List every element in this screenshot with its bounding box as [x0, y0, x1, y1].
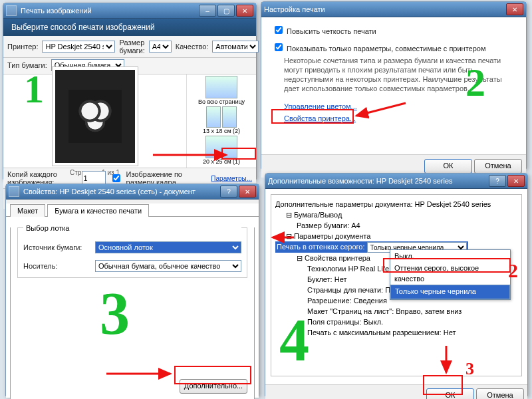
- ok-button[interactable]: ОК: [426, 388, 474, 399]
- layout-option-20x25[interactable]: 20 x 25 см (1): [188, 136, 255, 165]
- printer-label: Принтер:: [7, 43, 38, 51]
- close-button[interactable]: ✕: [236, 5, 253, 17]
- cancel-button[interactable]: Отмена: [476, 388, 524, 399]
- app-icon: [6, 5, 17, 16]
- win3-title: Свойства: HP Deskjet 2540 series (сеть) …: [23, 188, 220, 196]
- source-select[interactable]: Основной лоток: [95, 241, 241, 253]
- quality-label: Качество:: [176, 43, 209, 51]
- color-management-link[interactable]: Управление цветом...: [284, 102, 357, 110]
- params-link[interactable]: Параметры...: [211, 175, 252, 182]
- fit-checkbox[interactable]: [112, 174, 120, 182]
- ok-button[interactable]: ОК: [424, 159, 472, 174]
- paper-size-select[interactable]: A4: [149, 41, 172, 53]
- printer-icon: [9, 186, 19, 197]
- close-button[interactable]: ✕: [239, 186, 256, 198]
- tray-group-label: Выбор лотка: [23, 224, 241, 232]
- close-button[interactable]: ✕: [507, 175, 525, 187]
- win4-titlebar: Дополнительные возможности: HP Deskjet 2…: [265, 174, 527, 189]
- grayscale-dropdown[interactable]: Выкл. Оттенки серого, высокое качество Т…: [390, 249, 511, 300]
- tree-maxres[interactable]: Печать с максимальным разрешением: Нет: [275, 327, 517, 338]
- help-button[interactable]: ?: [489, 175, 506, 187]
- printer-select[interactable]: HP Deskjet 2540 series (сеть): [42, 41, 115, 53]
- tree-paper-output[interactable]: ⊟ Бумага/Вывод: [275, 209, 517, 220]
- compat-note: Некоторые сочетания типа и размера бумаг…: [284, 56, 515, 93]
- dd-opt-off[interactable]: Выкл.: [390, 250, 510, 262]
- paper-type-label: Тип бумаги:: [7, 61, 47, 69]
- tree-doc-params[interactable]: ⊟ Параметры документа: [275, 231, 517, 241]
- win2-title: Настройка печати: [264, 5, 506, 13]
- tree-margins[interactable]: Поля страницы: Выкл.: [275, 317, 517, 327]
- win4-title: Дополнительные возможности: HP Deskjet 2…: [268, 177, 489, 185]
- source-label: Источник бумаги:: [23, 243, 90, 251]
- dd-opt-blackonly[interactable]: Только черные чернила: [390, 285, 510, 299]
- minimize-button[interactable]: –: [199, 5, 216, 17]
- preview-image: [55, 70, 135, 163]
- win1-title: Печать изображений: [21, 7, 199, 15]
- advanced-tree[interactable]: Дополнительные параметры документа: HP D…: [271, 194, 522, 376]
- tree-paper-size[interactable]: Размер бумаги: A4: [275, 220, 517, 231]
- media-select[interactable]: Обычная бумага, обычное качество: [95, 260, 241, 272]
- tree-layout[interactable]: Макет "Страниц на лист": Вправо, затем в…: [275, 306, 517, 317]
- win1-subtitle: Выберите способ печати изображений: [3, 19, 256, 36]
- media-label: Носитель:: [23, 262, 90, 270]
- compatible-checkbox[interactable]: [275, 43, 283, 51]
- maximize-button[interactable]: ▢: [217, 5, 235, 17]
- win3-titlebar: Свойства: HP Deskjet 2540 series (сеть) …: [6, 184, 259, 200]
- layout-option-full[interactable]: Во всю страницу: [188, 76, 255, 105]
- quality-select[interactable]: Автоматически: [212, 41, 259, 53]
- advanced-button[interactable]: Дополнительно...: [180, 379, 247, 394]
- tree-root: Дополнительные параметры документа: HP D…: [275, 199, 517, 209]
- help-button[interactable]: ?: [220, 186, 237, 198]
- tab-paper-quality[interactable]: Бумага и качество печати: [47, 204, 149, 217]
- sharpen-label: Повысить четкость печати: [287, 27, 376, 35]
- compatible-label: Показывать только параметры, совместимые…: [287, 45, 485, 53]
- printer-properties-link[interactable]: Свойства принтера...: [284, 114, 356, 122]
- paper-size-label: Размер бумаги:: [119, 39, 144, 55]
- layout-option-13x18[interactable]: 13 x 18 см (2): [188, 106, 255, 134]
- dd-opt-hq[interactable]: Оттенки серого, высокое качество: [390, 262, 510, 285]
- tab-layout[interactable]: Макет: [10, 204, 45, 217]
- win1-titlebar: Печать изображений – ▢ ✕: [3, 3, 256, 19]
- cancel-button[interactable]: Отмена: [474, 159, 522, 174]
- close-button[interactable]: ✕: [506, 3, 523, 15]
- sharpen-checkbox[interactable]: [275, 26, 283, 34]
- win2-titlebar: Настройка печати ✕: [261, 2, 526, 17]
